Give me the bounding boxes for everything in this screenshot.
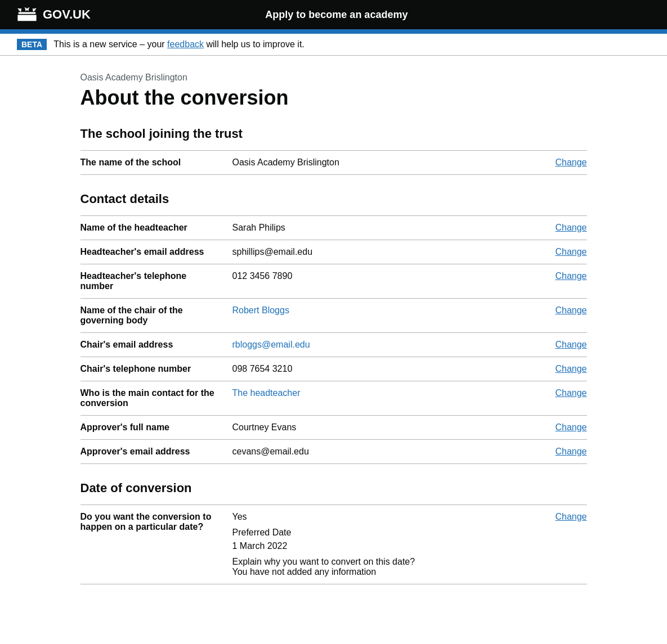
row-key: Do you want the conversion to happen on … bbox=[80, 505, 232, 584]
change-link[interactable]: Change bbox=[555, 364, 587, 373]
change-link[interactable]: Change bbox=[555, 422, 587, 432]
table-row: Chair's telephone number 098 7654 3210 C… bbox=[80, 357, 587, 381]
table-row: Approver's email address cevans@email.ed… bbox=[80, 440, 587, 464]
table-row: Name of the chair of the governing body … bbox=[80, 299, 587, 333]
change-link[interactable]: Change bbox=[555, 388, 587, 398]
school-summary-list: The name of the school Oasis Academy Bri… bbox=[80, 150, 587, 175]
table-row: Do you want the conversion to happen on … bbox=[80, 505, 587, 584]
row-value: 098 7654 3210 bbox=[232, 357, 511, 381]
site-header: GOV.UK Apply to become an academy bbox=[0, 0, 667, 29]
svg-rect-1 bbox=[17, 15, 36, 21]
table-row: Headteacher's email address sphillips@em… bbox=[80, 240, 587, 264]
change-link[interactable]: Change bbox=[555, 340, 587, 349]
row-action: Change bbox=[511, 264, 587, 299]
progress-bar bbox=[0, 29, 667, 34]
row-action: Change bbox=[511, 505, 587, 584]
row-action: Change bbox=[511, 357, 587, 381]
row-key: Headteacher's email address bbox=[80, 240, 232, 264]
table-row: Approver's full name Courtney Evans Chan… bbox=[80, 416, 587, 440]
beta-text-after: will help us to improve it. bbox=[204, 39, 305, 49]
row-action: Change bbox=[511, 216, 587, 240]
change-link[interactable]: Change bbox=[555, 305, 587, 315]
change-link[interactable]: Change bbox=[555, 157, 587, 167]
row-value: cevans@email.edu bbox=[232, 440, 511, 464]
change-link[interactable]: Change bbox=[555, 271, 587, 281]
preferred-date-value: 1 March 2022 bbox=[232, 541, 511, 551]
breadcrumb: Oasis Academy Brislington bbox=[80, 73, 587, 83]
row-action: Change bbox=[511, 440, 587, 464]
row-key: Approver's full name bbox=[80, 416, 232, 440]
logo-text: GOV.UK bbox=[43, 7, 91, 22]
page-title: About the conversion bbox=[80, 86, 587, 110]
table-row: Who is the main contact for the conversi… bbox=[80, 381, 587, 416]
row-key: Chair's telephone number bbox=[80, 357, 232, 381]
row-action: Change bbox=[511, 299, 587, 333]
row-key: Approver's email address bbox=[80, 440, 232, 464]
row-value: Sarah Philips bbox=[232, 216, 511, 240]
explain-label: Explain why you want to convert on this … bbox=[232, 557, 511, 577]
row-value: Robert Bloggs bbox=[232, 299, 511, 333]
row-value: Yes Preferred Date 1 March 2022 Explain … bbox=[232, 505, 511, 584]
svg-rect-0 bbox=[19, 12, 36, 14]
explain-text: Explain why you want to convert on this … bbox=[232, 557, 415, 566]
row-action: Change bbox=[511, 381, 587, 416]
row-key: Name of the headteacher bbox=[80, 216, 232, 240]
row-action: Change bbox=[511, 416, 587, 440]
row-value: sphillips@email.edu bbox=[232, 240, 511, 264]
row-action: Change bbox=[511, 151, 587, 175]
row-key: Headteacher's telephone number bbox=[80, 264, 232, 299]
row-value: Courtney Evans bbox=[232, 416, 511, 440]
row-key: Who is the main contact for the conversi… bbox=[80, 381, 232, 416]
row-value: Oasis Academy Brislington bbox=[232, 151, 511, 175]
change-link[interactable]: Change bbox=[555, 247, 587, 256]
row-action: Change bbox=[511, 333, 587, 357]
contact-summary-list: Name of the headteacher Sarah Philips Ch… bbox=[80, 215, 587, 464]
table-row: Headteacher's telephone number 012 3456 … bbox=[80, 264, 587, 299]
change-link[interactable]: Change bbox=[555, 512, 587, 521]
table-row: The name of the school Oasis Academy Bri… bbox=[80, 151, 587, 175]
gov-logo: GOV.UK bbox=[17, 6, 91, 24]
row-key: Name of the chair of the governing body bbox=[80, 299, 232, 333]
row-key: Chair's email address bbox=[80, 333, 232, 357]
section-title-contact: Contact details bbox=[80, 192, 587, 206]
crown-icon bbox=[17, 6, 37, 24]
feedback-link[interactable]: feedback bbox=[167, 39, 204, 49]
row-key: The name of the school bbox=[80, 151, 232, 175]
table-row: Chair's email address rbloggs@email.edu … bbox=[80, 333, 587, 357]
section-title-date: Date of conversion bbox=[80, 481, 587, 496]
date-summary-list: Do you want the conversion to happen on … bbox=[80, 505, 587, 584]
row-value: The headteacher bbox=[232, 381, 511, 416]
row-value: rbloggs@email.edu bbox=[232, 333, 511, 357]
beta-banner: BETA This is a new service – your feedba… bbox=[0, 34, 667, 56]
row-action: Change bbox=[511, 240, 587, 264]
change-link[interactable]: Change bbox=[555, 223, 587, 232]
explain-value: You have not added any information bbox=[232, 567, 377, 577]
change-link[interactable]: Change bbox=[555, 447, 587, 456]
main-content: Oasis Academy Brislington About the conv… bbox=[64, 56, 604, 618]
beta-tag: BETA bbox=[17, 39, 47, 50]
table-row: Name of the headteacher Sarah Philips Ch… bbox=[80, 216, 587, 240]
row-value: 012 3456 7890 bbox=[232, 264, 511, 299]
conversion-date-yes: Yes bbox=[232, 512, 247, 521]
preferred-date-label: Preferred Date bbox=[232, 528, 511, 538]
header-title: Apply to become an academy bbox=[91, 9, 583, 21]
section-title-school: The school joining the trust bbox=[80, 127, 587, 141]
beta-text: This is a new service – your bbox=[53, 39, 167, 49]
